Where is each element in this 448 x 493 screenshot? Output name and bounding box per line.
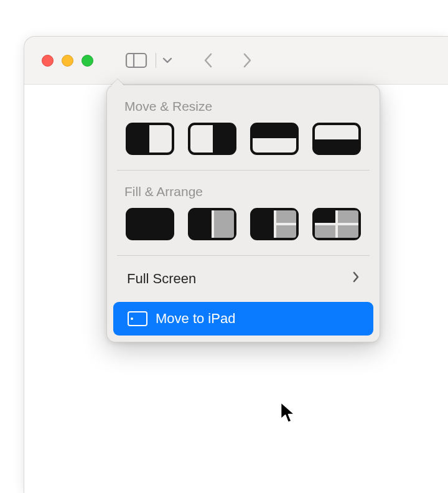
move-to-ipad-menu-item[interactable]: Move to iPad <box>113 302 373 336</box>
tile-top-half-button[interactable] <box>250 123 299 155</box>
ipad-icon <box>127 311 148 327</box>
divider <box>117 255 370 256</box>
tile-left-half-button[interactable] <box>126 123 174 155</box>
chevron-right-icon <box>352 271 360 287</box>
move-resize-section-label: Move & Resize <box>107 85 380 123</box>
tile-right-half-button[interactable] <box>188 123 236 155</box>
tile-fill-button[interactable] <box>126 208 174 240</box>
fill-arrange-row <box>107 208 380 244</box>
sidebar-toolbar-group <box>121 49 175 72</box>
minimize-window-button[interactable] <box>62 55 73 67</box>
sidebar-menu-button[interactable] <box>160 49 175 72</box>
tile-arrange-three-button[interactable] <box>250 208 299 240</box>
tile-arrange-left-right-button[interactable] <box>188 208 236 240</box>
full-screen-label: Full Screen <box>127 271 196 287</box>
titlebar <box>24 37 448 84</box>
toggle-sidebar-button[interactable] <box>121 49 152 72</box>
window-tiling-popover: Move & Resize Fill & Arrange Full Screen… <box>106 85 380 342</box>
fill-arrange-section-label: Fill & Arrange <box>107 171 380 208</box>
zoom-window-button[interactable] <box>82 55 93 67</box>
traffic-lights <box>42 55 93 67</box>
navigation-buttons <box>198 49 257 72</box>
close-window-button[interactable] <box>42 55 54 67</box>
toolbar-divider <box>156 53 156 68</box>
move-resize-row <box>107 123 380 159</box>
tile-arrange-quarters-button[interactable] <box>312 208 361 240</box>
svg-rect-0 <box>126 54 146 67</box>
back-button[interactable] <box>198 49 217 72</box>
tile-bottom-half-button[interactable] <box>312 123 361 155</box>
full-screen-menu-item[interactable]: Full Screen <box>113 262 373 296</box>
forward-button[interactable] <box>238 49 257 72</box>
move-to-ipad-label: Move to iPad <box>156 311 235 327</box>
